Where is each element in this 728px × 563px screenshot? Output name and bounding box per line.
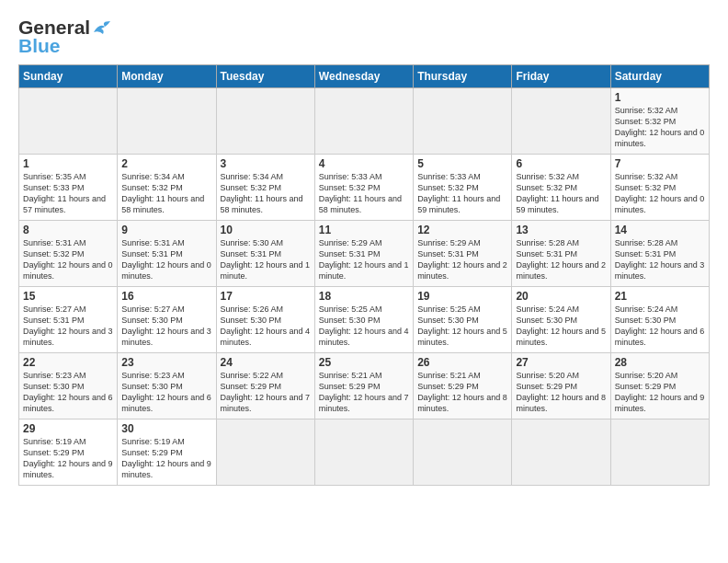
- cell-details: Sunrise: 5:28 AMSunset: 5:31 PMDaylight:…: [615, 238, 705, 281]
- calendar-week-row: 1Sunrise: 5:35 AMSunset: 5:33 PMDaylight…: [19, 155, 710, 221]
- cell-details: Sunrise: 5:28 AMSunset: 5:31 PMDaylight:…: [516, 238, 606, 281]
- day-number: 3: [221, 157, 311, 170]
- cell-details: Sunrise: 5:34 AMSunset: 5:32 PMDaylight:…: [121, 172, 204, 214]
- day-number: 12: [417, 224, 507, 236]
- calendar-cell: 2Sunrise: 5:34 AMSunset: 5:32 PMDaylight…: [118, 155, 216, 221]
- calendar-cell: 7Sunrise: 5:32 AMSunset: 5:32 PMDaylight…: [610, 155, 709, 221]
- cell-details: Sunrise: 5:21 AMSunset: 5:29 PMDaylight:…: [417, 371, 507, 413]
- col-header-monday: Monday: [118, 65, 216, 88]
- day-number: 29: [23, 422, 113, 435]
- day-number: 4: [319, 157, 409, 170]
- calendar-cell: 13Sunrise: 5:28 AMSunset: 5:31 PMDayligh…: [512, 221, 610, 287]
- calendar-cell: [314, 88, 413, 155]
- calendar-week-row: 8Sunrise: 5:31 AMSunset: 5:32 PMDaylight…: [19, 221, 710, 287]
- cell-details: Sunrise: 5:25 AMSunset: 5:30 PMDaylight:…: [319, 304, 409, 347]
- calendar-cell: 30Sunrise: 5:19 AMSunset: 5:29 PMDayligh…: [118, 419, 216, 486]
- cell-details: Sunrise: 5:22 AMSunset: 5:29 PMDaylight:…: [221, 371, 311, 413]
- cell-details: Sunrise: 5:29 AMSunset: 5:31 PMDaylight:…: [319, 238, 409, 281]
- day-number: 25: [319, 356, 409, 369]
- calendar-week-row: 15Sunrise: 5:27 AMSunset: 5:31 PMDayligh…: [19, 287, 710, 353]
- day-number: 20: [516, 290, 606, 303]
- logo: General Blue: [18, 17, 112, 57]
- cell-details: Sunrise: 5:27 AMSunset: 5:31 PMDaylight:…: [23, 304, 113, 347]
- cell-details: Sunrise: 5:34 AMSunset: 5:32 PMDaylight:…: [221, 172, 303, 214]
- calendar-cell: 18Sunrise: 5:25 AMSunset: 5:30 PMDayligh…: [314, 287, 413, 353]
- logo-blue: Blue: [18, 35, 61, 57]
- day-number: 24: [221, 356, 311, 369]
- day-number: 23: [121, 356, 211, 369]
- col-header-wednesday: Wednesday: [314, 65, 413, 88]
- calendar-cell: 12Sunrise: 5:29 AMSunset: 5:31 PMDayligh…: [414, 221, 512, 287]
- cell-details: Sunrise: 5:21 AMSunset: 5:29 PMDaylight:…: [319, 371, 409, 413]
- calendar-cell: 1Sunrise: 5:35 AMSunset: 5:33 PMDaylight…: [19, 155, 118, 221]
- col-header-friday: Friday: [512, 65, 610, 88]
- calendar-cell: [414, 88, 512, 155]
- cell-details: Sunrise: 5:30 AMSunset: 5:31 PMDaylight:…: [221, 238, 311, 281]
- day-number: 10: [221, 224, 311, 236]
- calendar-cell: 11Sunrise: 5:29 AMSunset: 5:31 PMDayligh…: [314, 221, 413, 287]
- calendar-cell: 6Sunrise: 5:32 AMSunset: 5:32 PMDaylight…: [512, 155, 610, 221]
- calendar-cell: 21Sunrise: 5:24 AMSunset: 5:30 PMDayligh…: [610, 287, 709, 353]
- calendar-cell: 4Sunrise: 5:33 AMSunset: 5:32 PMDaylight…: [314, 155, 413, 221]
- calendar-cell: 17Sunrise: 5:26 AMSunset: 5:30 PMDayligh…: [216, 287, 314, 353]
- day-number: 9: [121, 224, 211, 236]
- calendar-cell: 25Sunrise: 5:21 AMSunset: 5:29 PMDayligh…: [314, 353, 413, 419]
- day-number: 19: [417, 290, 507, 303]
- calendar-cell: [216, 88, 314, 155]
- calendar-table: SundayMondayTuesdayWednesdayThursdayFrid…: [18, 64, 710, 486]
- cell-details: Sunrise: 5:29 AMSunset: 5:31 PMDaylight:…: [417, 238, 507, 281]
- calendar-cell: 14Sunrise: 5:28 AMSunset: 5:31 PMDayligh…: [610, 221, 709, 287]
- logo-bird-icon: [92, 19, 112, 36]
- calendar-cell: [118, 88, 216, 155]
- calendar-cell: 24Sunrise: 5:22 AMSunset: 5:29 PMDayligh…: [216, 353, 314, 419]
- calendar-cell: 1Sunrise: 5:32 AMSunset: 5:32 PMDaylight…: [610, 88, 709, 155]
- day-number: 11: [319, 224, 409, 236]
- calendar-cell: 9Sunrise: 5:31 AMSunset: 5:31 PMDaylight…: [118, 221, 216, 287]
- day-number: 26: [417, 356, 507, 369]
- calendar-cell: 3Sunrise: 5:34 AMSunset: 5:32 PMDaylight…: [216, 155, 314, 221]
- calendar-cell: 8Sunrise: 5:31 AMSunset: 5:32 PMDaylight…: [19, 221, 118, 287]
- calendar-page: General Blue SundayMondayTuesdayWednesda…: [0, 0, 728, 563]
- day-number: 27: [516, 356, 606, 369]
- day-number: 7: [615, 157, 705, 170]
- cell-details: Sunrise: 5:32 AMSunset: 5:32 PMDaylight:…: [615, 106, 705, 148]
- cell-details: Sunrise: 5:32 AMSunset: 5:32 PMDaylight:…: [516, 172, 598, 214]
- header: General Blue: [18, 17, 710, 57]
- cell-details: Sunrise: 5:23 AMSunset: 5:30 PMDaylight:…: [121, 371, 211, 413]
- col-header-sunday: Sunday: [19, 65, 118, 88]
- calendar-cell: 29Sunrise: 5:19 AMSunset: 5:29 PMDayligh…: [19, 419, 118, 486]
- day-number: 5: [417, 157, 507, 170]
- day-number: 30: [121, 422, 211, 435]
- calendar-week-row: 1Sunrise: 5:32 AMSunset: 5:32 PMDaylight…: [19, 88, 710, 155]
- calendar-week-row: 29Sunrise: 5:19 AMSunset: 5:29 PMDayligh…: [19, 419, 710, 486]
- day-number: 2: [121, 157, 211, 170]
- day-number: 16: [121, 290, 211, 303]
- calendar-cell: 26Sunrise: 5:21 AMSunset: 5:29 PMDayligh…: [414, 353, 512, 419]
- day-number: 21: [615, 290, 705, 303]
- calendar-cell: [610, 419, 709, 486]
- calendar-header-row: SundayMondayTuesdayWednesdayThursdayFrid…: [19, 65, 710, 88]
- cell-details: Sunrise: 5:19 AMSunset: 5:29 PMDaylight:…: [23, 437, 113, 479]
- cell-details: Sunrise: 5:35 AMSunset: 5:33 PMDaylight:…: [23, 172, 106, 214]
- cell-details: Sunrise: 5:31 AMSunset: 5:32 PMDaylight:…: [23, 238, 113, 281]
- calendar-cell: [19, 88, 118, 155]
- day-number: 18: [319, 290, 409, 303]
- calendar-week-row: 22Sunrise: 5:23 AMSunset: 5:30 PMDayligh…: [19, 353, 710, 419]
- cell-details: Sunrise: 5:20 AMSunset: 5:29 PMDaylight:…: [615, 371, 705, 413]
- cell-details: Sunrise: 5:27 AMSunset: 5:30 PMDaylight:…: [121, 304, 211, 347]
- cell-details: Sunrise: 5:24 AMSunset: 5:30 PMDaylight:…: [615, 304, 705, 347]
- calendar-cell: [512, 88, 610, 155]
- cell-details: Sunrise: 5:20 AMSunset: 5:29 PMDaylight:…: [516, 371, 606, 413]
- cell-details: Sunrise: 5:19 AMSunset: 5:29 PMDaylight:…: [121, 437, 211, 479]
- day-number: 8: [23, 224, 113, 236]
- calendar-cell: [414, 419, 512, 486]
- day-number: 6: [516, 157, 606, 170]
- calendar-cell: 23Sunrise: 5:23 AMSunset: 5:30 PMDayligh…: [118, 353, 216, 419]
- day-number: 22: [23, 356, 113, 369]
- day-number: 1: [615, 91, 705, 104]
- calendar-cell: [512, 419, 610, 486]
- calendar-cell: 15Sunrise: 5:27 AMSunset: 5:31 PMDayligh…: [19, 287, 118, 353]
- calendar-cell: 22Sunrise: 5:23 AMSunset: 5:30 PMDayligh…: [19, 353, 118, 419]
- calendar-cell: 20Sunrise: 5:24 AMSunset: 5:30 PMDayligh…: [512, 287, 610, 353]
- day-number: 1: [23, 157, 113, 170]
